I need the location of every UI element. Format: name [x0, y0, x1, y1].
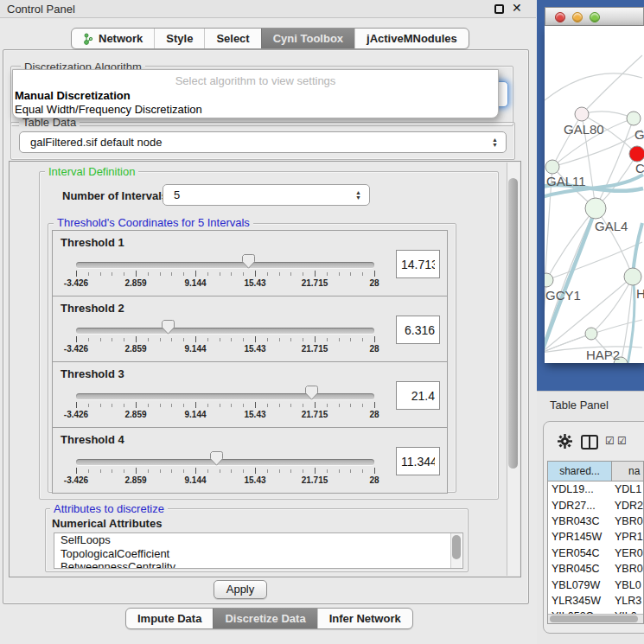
table-row[interactable]: YBR043CYBR0 [548, 513, 643, 529]
column-header-shared-name[interactable]: shared... [548, 462, 612, 481]
numerical-attributes-list[interactable]: SelfLoops TopologicalCoefficient Between… [54, 532, 463, 569]
node-label: GA [634, 127, 644, 142]
column-visibility-icon[interactable] [581, 435, 598, 450]
network-canvas[interactable]: GAL80GACGAL11GAL4GCY1HHAP2 [545, 26, 644, 363]
slider-major-ticks [76, 336, 374, 342]
node-top-right[interactable] [627, 112, 641, 125]
gear-icon[interactable] [558, 434, 572, 452]
table-header-row: shared... na [548, 462, 643, 481]
threshold-value-input[interactable] [396, 250, 440, 278]
control-panel-titlebar: Control Panel ✕ [0, 0, 536, 18]
network-window-titlebar[interactable] [545, 7, 644, 26]
slider-track[interactable] [76, 459, 374, 465]
horizontal-scrollbar-thumb[interactable] [550, 615, 638, 622]
table-row[interactable]: YER054CYER0 [548, 545, 643, 561]
slider-tick-labels: -3.4262.8599.14415.4321.71528 [76, 410, 374, 421]
num-intervals-spinner[interactable]: 5 ▲▼ [163, 184, 370, 206]
table-row[interactable]: YLR345WYLR3 [548, 593, 643, 609]
node-label: C [635, 161, 644, 175]
network-edge[interactable] [591, 277, 633, 334]
list-item[interactable]: TopologicalCoefficient [54, 547, 462, 561]
numerical-attributes-label: Numerical Attributes [52, 517, 162, 530]
node-label: H [636, 286, 644, 301]
threshold-4-panel: Threshold 4 -3.4262.8599.14415.4321.7152… [52, 427, 448, 494]
attributes-group-label: Attributes to discretize [50, 502, 168, 515]
popup-option-manual-discretization[interactable]: Manual Discretization [15, 89, 131, 102]
threshold-value-input[interactable] [396, 447, 440, 475]
tab-impute-data[interactable]: Impute Data [126, 609, 213, 628]
zoom-traffic-light-icon[interactable] [590, 12, 600, 22]
table-row[interactable]: YDR27...YDR2 [548, 497, 643, 513]
table-body: YDL19...YDL1 YDR27...YDR2 YBR043CYBR0 YP… [548, 481, 643, 615]
tab-style[interactable]: Style [154, 29, 204, 48]
spinner-arrows-icon: ▲▼ [355, 190, 361, 201]
minimize-traffic-light-icon[interactable] [572, 12, 583, 22]
network-icon [83, 33, 93, 45]
thresholds-group-label: Threshold's Coordinates for 5 Intervals [54, 216, 253, 229]
close-traffic-light-icon[interactable] [555, 12, 565, 22]
vertical-scrollbar-thumb[interactable] [508, 178, 518, 469]
table-row[interactable]: YBL079WYBL0 [548, 577, 643, 592]
horizontal-scrollbar-track[interactable] [548, 614, 643, 623]
node-label: GCY1 [545, 288, 581, 303]
threshold-3-panel: Threshold 3 -3.4262.8599.14415.4321.7152… [52, 361, 448, 428]
table-panel-title: Table Panel [550, 399, 609, 411]
slider-major-ticks [76, 271, 374, 277]
threshold-value-input[interactable] [396, 316, 440, 344]
column-header-name[interactable]: na [612, 462, 643, 481]
interval-group-label: Interval Definition [45, 165, 138, 178]
node-gcy1[interactable] [545, 273, 553, 287]
select-none-checkbox-icon[interactable]: ☑ [617, 435, 627, 447]
slider-thumb[interactable] [242, 254, 255, 269]
list-item[interactable]: SelfLoops [54, 533, 462, 547]
slider-major-ticks [76, 402, 374, 408]
tab-infer-network[interactable]: Infer Network [317, 609, 412, 628]
tab-discretize-data[interactable]: Discretize Data [213, 609, 316, 628]
table-data-combobox[interactable]: galFiltered.sif default node ▲▼ [19, 131, 507, 153]
threshold-value-input[interactable] [396, 381, 440, 410]
table-row[interactable]: YDL19...YDL1 [548, 481, 643, 497]
popup-option-equal-width[interactable]: Equal Width/Frequency Discretization [15, 103, 202, 116]
list-scrollbar-thumb[interactable] [452, 535, 461, 559]
app-root: { "window": { "title": "Control Panel", … [0, 0, 644, 644]
table-row[interactable]: YBR045CYBR0 [548, 561, 643, 577]
tab-cyni-toolbox[interactable]: Cyni Toolbox [261, 29, 354, 48]
apply-button[interactable]: Apply [214, 580, 267, 599]
slider-track[interactable] [76, 262, 374, 268]
slider-thumb[interactable] [305, 386, 318, 400]
slider-tick-labels: -3.4262.8599.14415.4321.71528 [76, 475, 374, 487]
node-gal80[interactable] [575, 107, 589, 121]
threshold-1-panel: Threshold 1 -3.4262.8599.14415.4321.7152… [52, 230, 448, 296]
slider-track[interactable] [76, 328, 374, 334]
slider-thumb[interactable] [210, 451, 223, 466]
network-edge[interactable] [582, 112, 634, 118]
network-edge[interactable] [582, 55, 642, 114]
node-hap2[interactable] [585, 328, 597, 340]
node-gal4[interactable] [585, 198, 606, 219]
panel-title: Control Panel [7, 3, 75, 16]
node-right[interactable] [624, 268, 641, 285]
threshold-label: Threshold 1 [61, 236, 124, 249]
algorithm-dropdown-popup: Select algorithm to view settings Manual… [12, 69, 499, 118]
tab-jactivemnodules[interactable]: jActiveMNodules [354, 29, 469, 48]
node-gal11[interactable] [545, 160, 559, 174]
network-edge[interactable] [545, 73, 642, 100]
node-label: HAP2 [586, 348, 620, 362]
node-label: GAL4 [595, 219, 628, 233]
control-panel-tabs: Network Style Select Cyni Toolbox jActiv… [71, 28, 469, 49]
list-item[interactable]: BetweennessCentrality [54, 560, 462, 569]
tab-network[interactable]: Network [72, 29, 154, 48]
slider-track[interactable] [76, 393, 374, 399]
close-icon[interactable]: ✕ [512, 1, 522, 15]
num-intervals-label: Number of Intervals [62, 189, 168, 202]
network-graph: GAL80GACGAL11GAL4GCY1HHAP2 [545, 26, 644, 363]
float-window-icon[interactable] [494, 4, 504, 14]
threshold-2-panel: Threshold 2 -3.4262.8599.14415.4321.7152… [52, 296, 448, 362]
cyni-mode-tabs: Impute Data Discretize Data Infer Networ… [125, 608, 413, 629]
slider-thumb[interactable] [162, 320, 175, 335]
node-label: GAL80 [564, 122, 604, 137]
tab-select[interactable]: Select [204, 29, 260, 48]
select-all-checkbox-icon[interactable]: ☑ [605, 435, 615, 447]
table-row[interactable]: YPR145WYPR1 [548, 529, 643, 545]
node-selected-red[interactable] [629, 146, 644, 162]
